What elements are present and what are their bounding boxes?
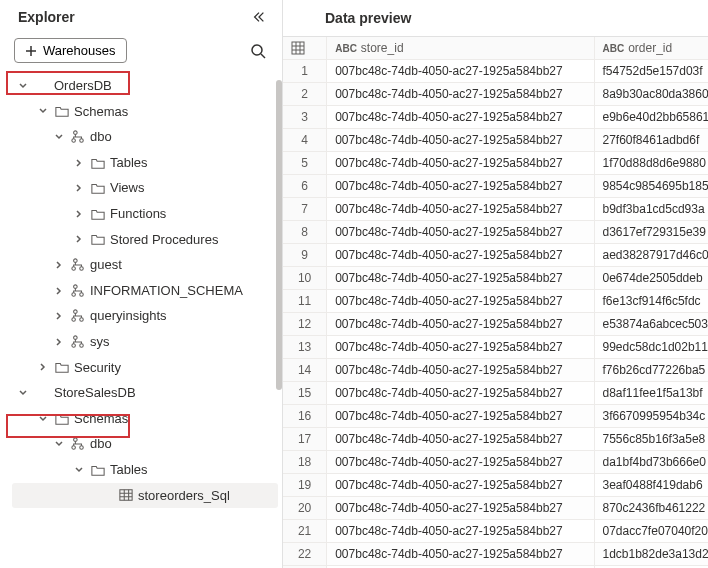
chevron-down-icon: [52, 132, 66, 142]
tree-node[interactable]: StoreSalesDB: [12, 380, 278, 406]
table-row[interactable]: 4007bc48c-74db-4050-ac27-1925a584bb2727f…: [283, 129, 708, 152]
chevron-right-icon: [72, 234, 86, 244]
schema-icon: [70, 437, 86, 451]
folder-icon: [90, 463, 106, 477]
table-row[interactable]: 14007bc48c-74db-4050-ac27-1925a584bb27f7…: [283, 359, 708, 382]
table-row[interactable]: 5007bc48c-74db-4050-ac27-1925a584bb271f7…: [283, 152, 708, 175]
table-row[interactable]: 21007bc48c-74db-4050-ac27-1925a584bb2707…: [283, 520, 708, 543]
tree-node[interactable]: queryinsights: [12, 303, 278, 329]
tree-node[interactable]: Views: [12, 175, 278, 201]
cell-order-id: 1f70d88d8d6e9880: [595, 152, 709, 174]
table-row[interactable]: 10007bc48c-74db-4050-ac27-1925a584bb270e…: [283, 267, 708, 290]
row-number-header[interactable]: [283, 37, 327, 59]
schema-icon: [70, 284, 86, 298]
cell-order-id: d8af11fee1f5a13bf: [595, 382, 709, 404]
tree-node[interactable]: dbo: [12, 431, 278, 457]
cell-order-id: 0e674de2505ddeb: [595, 267, 709, 289]
column-header-store-id[interactable]: ABC store_id: [327, 37, 594, 59]
tree-node[interactable]: sys: [12, 329, 278, 355]
svg-point-13: [74, 336, 78, 340]
chevron-double-left-icon: [252, 10, 266, 24]
cell-order-id: f6e13cf914f6c5fdc: [595, 290, 709, 312]
column-header-order-id[interactable]: ABC order_id: [595, 37, 709, 59]
schema-icon: [70, 335, 86, 349]
row-number-cell: 18: [283, 451, 327, 473]
tree-node[interactable]: guest: [12, 252, 278, 278]
row-number-cell: 22: [283, 543, 327, 565]
folder-icon: [90, 207, 106, 221]
cell-order-id: e53874a6abcec503: [595, 313, 709, 335]
cell-order-id: 07dacc7fe07040f20: [595, 520, 709, 542]
table-row[interactable]: 6007bc48c-74db-4050-ac27-1925a584bb27985…: [283, 175, 708, 198]
tree-node[interactable]: INFORMATION_SCHEMA: [12, 278, 278, 304]
table-row[interactable]: 1007bc48c-74db-4050-ac27-1925a584bb27f54…: [283, 60, 708, 83]
tree-node[interactable]: Schemas: [12, 99, 278, 125]
cell-store-id: 007bc48c-74db-4050-ac27-1925a584bb27: [327, 129, 594, 151]
cell-store-id: 007bc48c-74db-4050-ac27-1925a584bb27: [327, 198, 594, 220]
table-row[interactable]: 17007bc48c-74db-4050-ac27-1925a584bb2775…: [283, 428, 708, 451]
table-row[interactable]: 15007bc48c-74db-4050-ac27-1925a584bb27d8…: [283, 382, 708, 405]
chevron-down-icon: [16, 388, 30, 398]
table-row[interactable]: 20007bc48c-74db-4050-ac27-1925a584bb2787…: [283, 497, 708, 520]
tree-node[interactable]: Tables: [12, 457, 278, 483]
row-number-cell: 15: [283, 382, 327, 404]
cell-store-id: 007bc48c-74db-4050-ac27-1925a584bb27: [327, 497, 594, 519]
table-icon: [291, 41, 305, 55]
scrollbar[interactable]: [276, 80, 282, 390]
tree-node[interactable]: Stored Procedures: [12, 227, 278, 253]
add-warehouse-button[interactable]: Warehouses: [14, 38, 127, 63]
column-name: store_id: [361, 41, 404, 55]
svg-point-5: [72, 267, 76, 271]
table-row[interactable]: 2007bc48c-74db-4050-ac27-1925a584bb278a9…: [283, 83, 708, 106]
svg-point-14: [72, 343, 76, 347]
chevron-right-icon: [52, 337, 66, 347]
grid-header-row: ABC store_id ABC order_id: [283, 37, 708, 60]
table-row[interactable]: 11007bc48c-74db-4050-ac27-1925a584bb27f6…: [283, 290, 708, 313]
tree-node-label: guest: [90, 257, 122, 273]
folder-icon: [54, 360, 70, 374]
explorer-title: Explorer: [18, 9, 75, 25]
explorer-tree[interactable]: OrdersDBSchemasdboTablesViewsFunctionsSt…: [0, 71, 282, 568]
tree-node-label: Schemas: [74, 411, 128, 427]
cell-order-id: b9df3ba1cd5cd93a: [595, 198, 709, 220]
tree-node[interactable]: storeorders_Sql: [12, 483, 278, 509]
row-number-cell: 4: [283, 129, 327, 151]
row-number-cell: 8: [283, 221, 327, 243]
row-number-cell: 9: [283, 244, 327, 266]
svg-point-9: [80, 292, 84, 296]
cell-store-id: 007bc48c-74db-4050-ac27-1925a584bb27: [327, 83, 594, 105]
grid-body: 1007bc48c-74db-4050-ac27-1925a584bb27f54…: [283, 60, 708, 568]
tree-node[interactable]: OrdersDB: [12, 73, 278, 99]
table-row[interactable]: 8007bc48c-74db-4050-ac27-1925a584bb27d36…: [283, 221, 708, 244]
table-row[interactable]: 22007bc48c-74db-4050-ac27-1925a584bb271d…: [283, 543, 708, 566]
tree-node[interactable]: Functions: [12, 201, 278, 227]
tree-node[interactable]: Schemas: [12, 406, 278, 432]
table-row[interactable]: 9007bc48c-74db-4050-ac27-1925a584bb27aed…: [283, 244, 708, 267]
table-row[interactable]: 16007bc48c-74db-4050-ac27-1925a584bb273f…: [283, 405, 708, 428]
tree-node-label: queryinsights: [90, 308, 167, 324]
svg-point-10: [74, 310, 78, 314]
table-row[interactable]: 18007bc48c-74db-4050-ac27-1925a584bb27da…: [283, 451, 708, 474]
table-row[interactable]: 3007bc48c-74db-4050-ac27-1925a584bb27e9b…: [283, 106, 708, 129]
cell-order-id: d3617ef729315e39: [595, 221, 709, 243]
cell-order-id: 870c2436fb461222: [595, 497, 709, 519]
chevron-down-icon: [16, 81, 30, 91]
cell-order-id: 3f6670995954b34c: [595, 405, 709, 427]
row-number-cell: 2: [283, 83, 327, 105]
table-row[interactable]: 19007bc48c-74db-4050-ac27-1925a584bb273e…: [283, 474, 708, 497]
tree-node[interactable]: dbo: [12, 124, 278, 150]
schema-icon: [70, 309, 86, 323]
tree-node[interactable]: Tables: [12, 150, 278, 176]
svg-point-11: [72, 318, 76, 322]
cell-store-id: 007bc48c-74db-4050-ac27-1925a584bb27: [327, 106, 594, 128]
tree-node[interactable]: Security: [12, 355, 278, 381]
row-number-cell: 11: [283, 290, 327, 312]
table-row[interactable]: 12007bc48c-74db-4050-ac27-1925a584bb27e5…: [283, 313, 708, 336]
table-row[interactable]: 13007bc48c-74db-4050-ac27-1925a584bb2799…: [283, 336, 708, 359]
search-button[interactable]: [246, 39, 270, 63]
tree-node-label: dbo: [90, 129, 112, 145]
table-row[interactable]: 7007bc48c-74db-4050-ac27-1925a584bb27b9d…: [283, 198, 708, 221]
cell-store-id: 007bc48c-74db-4050-ac27-1925a584bb27: [327, 152, 594, 174]
collapse-explorer-button[interactable]: [248, 8, 270, 26]
tree-node-label: dbo: [90, 436, 112, 452]
